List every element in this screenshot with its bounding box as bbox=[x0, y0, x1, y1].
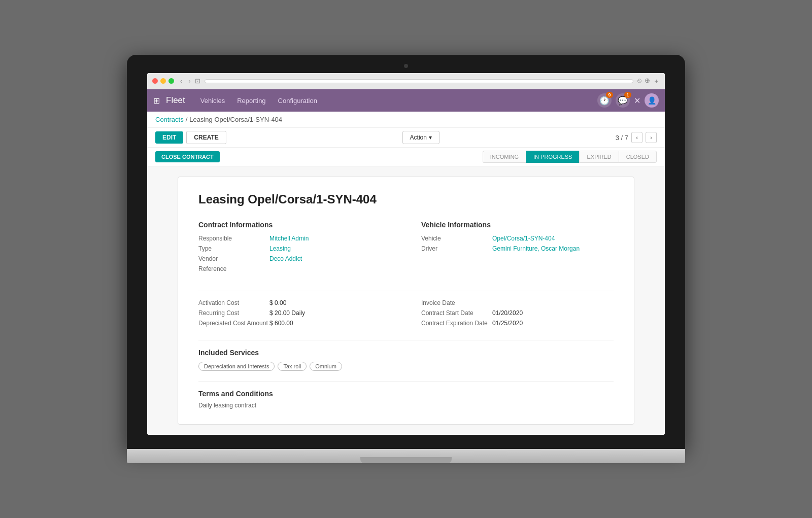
vendor-label: Vendor bbox=[198, 255, 269, 262]
minimize-window-btn[interactable] bbox=[160, 78, 166, 84]
stage-closed[interactable]: CLOSED bbox=[619, 151, 657, 163]
stage-expired[interactable]: EXPIRED bbox=[579, 151, 618, 163]
driver-value[interactable]: Gemini Furniture, Oscar Morgan bbox=[492, 245, 580, 252]
share-icon[interactable]: ⎋ bbox=[637, 77, 641, 86]
nav-reporting[interactable]: Reporting bbox=[232, 94, 270, 108]
close-icon[interactable]: ✕ bbox=[634, 96, 640, 106]
driver-row: Driver Gemini Furniture, Oscar Morgan bbox=[421, 245, 614, 252]
terms-section: Terms and Conditions Daily leasing contr… bbox=[198, 390, 614, 409]
create-button[interactable]: CREATE bbox=[186, 131, 226, 144]
stage-in-progress[interactable]: IN PROGRESS bbox=[526, 151, 579, 163]
type-label: Type bbox=[198, 245, 269, 252]
breadcrumb-separator: / bbox=[186, 116, 188, 123]
expiration-date-value: 01/25/2020 bbox=[492, 320, 523, 327]
calendar-badge: 9 bbox=[606, 92, 613, 98]
driver-label: Driver bbox=[421, 245, 492, 252]
action-button[interactable]: Action ▾ bbox=[402, 131, 439, 144]
contract-title: Leasing Opel/Corsa/1-SYN-404 bbox=[198, 192, 614, 206]
type-value[interactable]: Leasing bbox=[269, 245, 291, 252]
app-header: ⊞ Fleet Vehicles Reporting Configuration… bbox=[147, 89, 665, 112]
new-tab-button[interactable]: ⊡ bbox=[195, 76, 200, 86]
forward-button[interactable]: › bbox=[186, 76, 192, 86]
next-page-button[interactable]: › bbox=[646, 132, 657, 143]
app-title: Fleet bbox=[166, 95, 185, 106]
laptop-base bbox=[127, 449, 685, 463]
chat-icon-btn[interactable]: 💬 1 bbox=[616, 93, 630, 108]
nav-vehicles[interactable]: Vehicles bbox=[195, 94, 230, 108]
start-date-row: Contract Start Date 01/20/2020 bbox=[421, 309, 614, 317]
contract-info-title: Contract Informations bbox=[198, 221, 391, 229]
main-content: Leasing Opel/Corsa/1-SYN-404 Contract In… bbox=[147, 166, 665, 435]
vehicle-row: Vehicle Opel/Corsa/1-SYN-404 bbox=[421, 235, 614, 242]
chevron-down-icon: ▾ bbox=[429, 134, 432, 141]
activation-row: Activation Cost $ 0.00 bbox=[198, 299, 391, 306]
pagination-info: 3 / 7 bbox=[616, 134, 628, 142]
vendor-value[interactable]: Deco Addict bbox=[269, 255, 302, 262]
activation-label: Activation Cost bbox=[198, 299, 269, 306]
status-bar: CLOSE CONTRACT INCOMING IN PROGRESS EXPI… bbox=[147, 148, 665, 166]
vehicle-label: Vehicle bbox=[421, 235, 492, 242]
info-sections: Contract Informations Responsible Mitche… bbox=[198, 221, 614, 275]
divider-3 bbox=[198, 381, 614, 382]
screen: ‹ › ⊡ ⎋ ⊕ ＋ ⊞ Fleet Vehicles Reporting bbox=[147, 73, 665, 435]
service-tags: Depreciation and Interests Tax roll Omni… bbox=[198, 362, 614, 371]
maximize-window-btn[interactable] bbox=[168, 78, 174, 84]
browser-nav: ‹ › ⊡ bbox=[178, 76, 200, 86]
vehicle-info-section: Vehicle Informations Vehicle Opel/Corsa/… bbox=[421, 221, 614, 275]
laptop-container: ‹ › ⊡ ⎋ ⊕ ＋ ⊞ Fleet Vehicles Reporting bbox=[127, 55, 685, 463]
depreciated-label: Depreciated Cost Amount bbox=[198, 320, 269, 327]
camera bbox=[404, 64, 408, 68]
expiration-date-label: Contract Expiration Date bbox=[421, 320, 492, 327]
prev-page-button[interactable]: ‹ bbox=[631, 132, 642, 143]
edit-button[interactable]: EDIT bbox=[155, 131, 183, 144]
toolbar: EDIT CREATE Action ▾ 3 / 7 ‹ › bbox=[147, 128, 665, 148]
invoice-date-row: Invoice Date bbox=[421, 299, 614, 306]
grid-menu-icon[interactable]: ⊞ bbox=[153, 96, 160, 106]
breadcrumb-contracts-link[interactable]: Contracts bbox=[155, 116, 184, 123]
toolbar-right: 3 / 7 ‹ › bbox=[616, 132, 657, 143]
address-bar[interactable] bbox=[205, 79, 633, 83]
responsible-value[interactable]: Mitchell Admin bbox=[269, 235, 309, 242]
recurring-row: Recurring Cost $ 20.00 Daily bbox=[198, 309, 391, 317]
cost-section: Activation Cost $ 0.00 Recurring Cost $ … bbox=[198, 299, 614, 330]
included-services-section: Included Services Depreciation and Inter… bbox=[198, 349, 614, 371]
browser-chrome: ‹ › ⊡ ⎋ ⊕ ＋ bbox=[147, 73, 665, 89]
invoice-col: Invoice Date Contract Start Date 01/20/2… bbox=[421, 299, 614, 330]
recurring-label: Recurring Cost bbox=[198, 309, 269, 317]
vendor-row: Vendor Deco Addict bbox=[198, 255, 391, 262]
calendar-icon-btn[interactable]: 🕐 9 bbox=[597, 93, 612, 108]
divider-1 bbox=[198, 291, 614, 291]
reference-row: Reference bbox=[198, 265, 391, 272]
start-date-label: Contract Start Date bbox=[421, 309, 492, 317]
expiration-date-row: Contract Expiration Date 01/25/2020 bbox=[421, 320, 614, 327]
costs-col: Activation Cost $ 0.00 Recurring Cost $ … bbox=[198, 299, 391, 330]
browser-actions: ⎋ ⊕ ＋ bbox=[637, 77, 660, 86]
vehicle-value[interactable]: Opel/Corsa/1-SYN-404 bbox=[492, 235, 555, 242]
back-button[interactable]: ‹ bbox=[178, 76, 184, 86]
start-date-value: 01/20/2020 bbox=[492, 309, 523, 317]
invoice-date-label: Invoice Date bbox=[421, 299, 492, 306]
included-services-title: Included Services bbox=[198, 349, 614, 357]
add-tab-icon[interactable]: ＋ bbox=[653, 77, 660, 86]
chat-badge: 1 bbox=[624, 92, 631, 98]
screen-bezel: ‹ › ⊡ ⎋ ⊕ ＋ ⊞ Fleet Vehicles Reporting bbox=[127, 55, 685, 449]
type-row: Type Leasing bbox=[198, 245, 391, 252]
close-contract-button[interactable]: CLOSE CONTRACT bbox=[155, 151, 220, 162]
vehicle-info-title: Vehicle Informations bbox=[421, 221, 614, 229]
stage-incoming[interactable]: INCOMING bbox=[483, 151, 526, 163]
terms-title: Terms and Conditions bbox=[198, 390, 614, 398]
nav-configuration[interactable]: Configuration bbox=[273, 94, 322, 108]
bookmark-icon[interactable]: ⊕ bbox=[645, 77, 650, 86]
service-tag-2: Omnium bbox=[310, 362, 342, 371]
breadcrumb: Contracts / Leasing Opel/Corsa/1-SYN-404 bbox=[147, 112, 665, 128]
service-tag-1: Tax roll bbox=[278, 362, 307, 371]
contract-card: Leasing Opel/Corsa/1-SYN-404 Contract In… bbox=[178, 177, 634, 425]
depreciated-row: Depreciated Cost Amount $ 600.00 bbox=[198, 320, 391, 327]
traffic-lights bbox=[152, 78, 174, 84]
avatar[interactable]: 👤 bbox=[645, 93, 659, 108]
header-right: 🕐 9 💬 1 ✕ 👤 bbox=[597, 93, 659, 108]
toolbar-center: Action ▾ bbox=[229, 131, 613, 144]
reference-label: Reference bbox=[198, 265, 269, 272]
close-window-btn[interactable] bbox=[152, 78, 158, 84]
depreciated-value: $ 600.00 bbox=[269, 320, 293, 327]
